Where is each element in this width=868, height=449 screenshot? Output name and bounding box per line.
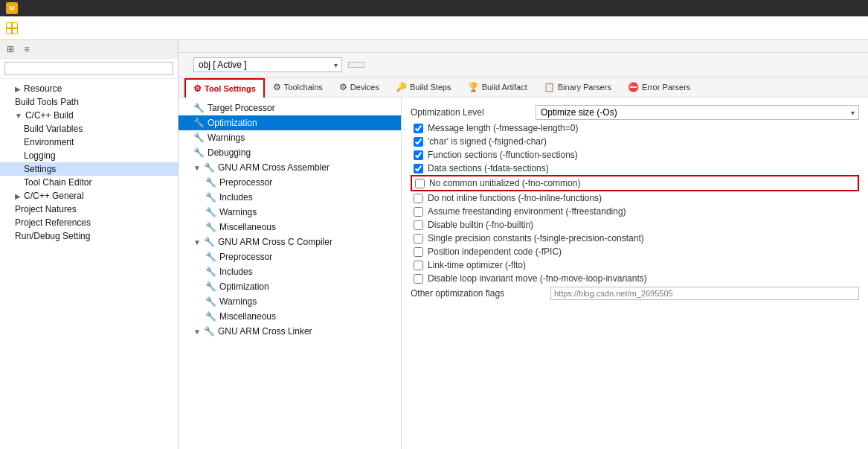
sidebar-item[interactable]: Tool Chain Editor: [0, 176, 178, 189]
checkbox-row-1[interactable]: 'char' is signed (-fsigned-char): [411, 135, 859, 148]
tree-item[interactable]: 🔧Optimization: [179, 115, 401, 130]
app-bar: M: [0, 0, 868, 16]
tab-build-steps[interactable]: 🔑Build Steps: [388, 77, 460, 97]
tree-item[interactable]: 🔧Includes: [179, 190, 401, 205]
checkbox-label-7: Disable builtin (-fno-builtin): [428, 220, 533, 230]
tree-item-label: GNU ARM Cross Linker: [218, 326, 312, 337]
left-top-icons: ⊞ ≡: [0, 40, 178, 59]
config-select[interactable]: obj [ Active ]: [193, 57, 342, 72]
checkbox-row-2[interactable]: Function sections (-ffunction-sections): [411, 148, 859, 162]
arrow-icon: ▶: [15, 85, 21, 93]
tree-item-icon: 🔧: [205, 192, 216, 203]
tree-item[interactable]: ▼🔧GNU ARM Cross Assembler: [179, 160, 401, 175]
checkbox-row-7[interactable]: Disable builtin (-fno-builtin): [411, 218, 859, 232]
checkbox-row-10[interactable]: Link-time optimizer (-flto): [411, 258, 859, 272]
checkbox-6[interactable]: [414, 207, 423, 217]
maximize-button[interactable]: [829, 21, 844, 36]
tab-label: Toolchains: [284, 83, 323, 92]
checkbox-row-8[interactable]: Single precision constants (-fsingle-pre…: [411, 232, 859, 245]
tab-binary-parsers[interactable]: 📋Binary Parsers: [536, 77, 620, 97]
checkbox-row-6[interactable]: Assume freestanding environment (-ffrees…: [411, 205, 859, 218]
sidebar-item[interactable]: Settings: [0, 162, 178, 176]
arrow-icon: ▼: [193, 164, 201, 172]
tree-item-label: GNU ARM Cross Assembler: [218, 162, 329, 173]
checkbox-label-1: 'char' is signed (-fsigned-char): [428, 136, 547, 147]
checkbox-7[interactable]: [414, 220, 423, 230]
sidebar-item[interactable]: ▶C/C++ General: [0, 189, 178, 203]
tab-build-artifact[interactable]: 🏆Build Artifact: [460, 77, 536, 97]
checkbox-11[interactable]: [414, 274, 423, 284]
checkbox-2[interactable]: [414, 150, 423, 160]
tree-item-icon: 🔧: [205, 296, 216, 307]
checkbox-row-3[interactable]: Data sections (-fdata-sections): [411, 162, 859, 175]
checkbox-5[interactable]: [414, 194, 423, 203]
checkbox-0[interactable]: [414, 124, 423, 133]
sidebar-item-label: Resource: [24, 83, 62, 94]
checkbox-label-9: Position independent code (-fPIC): [428, 246, 562, 257]
tree-item[interactable]: 🔧Preprocessor: [179, 175, 401, 190]
sidebar-item[interactable]: Project References: [0, 216, 178, 229]
sidebar-item[interactable]: ▶Resource: [0, 82, 178, 95]
checkbox-8[interactable]: [414, 234, 423, 243]
tab-tool-settings[interactable]: ⚙Tool Settings: [184, 78, 265, 98]
tab-icon: ⚙: [339, 82, 347, 92]
other-flags-input[interactable]: [550, 287, 859, 300]
checkbox-row-9[interactable]: Position independent code (-fPIC): [411, 245, 859, 258]
search-input[interactable]: [4, 62, 173, 75]
optimization-level-label: Optimization Level: [411, 107, 530, 118]
expand-icon[interactable]: ≡: [19, 42, 34, 57]
sidebar-item-label: Environment: [24, 137, 74, 147]
tree-item[interactable]: 🔧Preprocessor: [179, 249, 401, 264]
close-button[interactable]: [847, 21, 862, 36]
tab-icon: ⚙: [273, 82, 281, 92]
sidebar-item[interactable]: Environment: [0, 136, 178, 149]
checkbox-label-11: Disable loop invariant move (-fno-move-l…: [428, 273, 647, 284]
collapse-icon[interactable]: ⊞: [3, 42, 18, 57]
optimization-level-select-wrapper: None (-O0)Optimize (-O1)Optimize more (-…: [536, 105, 859, 120]
sidebar-item[interactable]: Build Variables: [0, 122, 178, 136]
left-sidebar: ▶ResourceBuild Tools Path▼C/C++ BuildBui…: [0, 79, 178, 449]
tree-item-label: Miscellaneous: [219, 311, 276, 322]
checkbox-row-11[interactable]: Disable loop invariant move (-fno-move-l…: [411, 272, 859, 285]
checkbox-10[interactable]: [414, 261, 423, 270]
tree-item[interactable]: 🔧Debugging: [179, 145, 401, 160]
sidebar-item[interactable]: ▼C/C++ Build: [0, 109, 178, 122]
tree-item-label: Includes: [219, 192, 253, 203]
tree-item[interactable]: 🔧Miscellaneous: [179, 309, 401, 324]
tabs-bar: ⚙Tool Settings⚙Toolchains⚙Devices🔑Build …: [179, 77, 868, 98]
checkbox-row-4[interactable]: No common unitialized (-fno-common): [411, 175, 859, 191]
tree-item[interactable]: ▼🔧GNU ARM Cross Linker: [179, 324, 401, 339]
sidebar-item-label: Build Tools Path: [15, 97, 79, 107]
tree-item[interactable]: 🔧Miscellaneous: [179, 220, 401, 235]
tree-item[interactable]: 🔧Includes: [179, 264, 401, 279]
right-panel: obj [ Active ] ⚙Tool Settings⚙Toolchains…: [179, 40, 868, 449]
config-select-wrapper: obj [ Active ]: [193, 57, 342, 72]
sidebar-item[interactable]: Build Tools Path: [0, 95, 178, 109]
checkbox-4[interactable]: [415, 179, 425, 188]
checkbox-label-3: Data sections (-fdata-sections): [428, 163, 549, 173]
tab-devices[interactable]: ⚙Devices: [331, 77, 388, 97]
sidebar-item[interactable]: Project Natures: [0, 203, 178, 216]
checkbox-9[interactable]: [414, 247, 423, 257]
checkbox-row-5[interactable]: Do not inline functions (-fno-inline-fun…: [411, 191, 859, 205]
minimize-button[interactable]: [811, 21, 826, 36]
tab-toolchains[interactable]: ⚙Toolchains: [265, 77, 331, 97]
sidebar-item[interactable]: Logging: [0, 149, 178, 162]
checkbox-1[interactable]: [414, 137, 423, 147]
arrow-icon: ▶: [15, 192, 21, 200]
tree-item-icon: 🔧: [205, 281, 216, 292]
manage-configurations-button[interactable]: [348, 62, 364, 68]
tree-item[interactable]: 🔧Warnings: [179, 294, 401, 309]
tab-error-parsers[interactable]: ⛔Error Parsers: [620, 77, 698, 97]
tree-item[interactable]: 🔧Optimization: [179, 279, 401, 294]
checkbox-3[interactable]: [414, 164, 423, 173]
tree-item[interactable]: 🔧Warnings: [179, 205, 401, 220]
tree-item[interactable]: 🔧Warnings: [179, 130, 401, 145]
sidebar-item[interactable]: Run/Debug Setting: [0, 229, 178, 243]
sidebar-item-label: Project References: [15, 217, 91, 228]
tree-item[interactable]: ▼🔧GNU ARM Cross C Compiler: [179, 235, 401, 249]
checkbox-label-0: Message length (-fmessage-length=0): [428, 123, 578, 133]
tree-item[interactable]: 🔧Target Processor: [179, 101, 401, 115]
optimization-level-select[interactable]: None (-O0)Optimize (-O1)Optimize more (-…: [536, 105, 859, 120]
checkbox-row-0[interactable]: Message length (-fmessage-length=0): [411, 121, 859, 135]
